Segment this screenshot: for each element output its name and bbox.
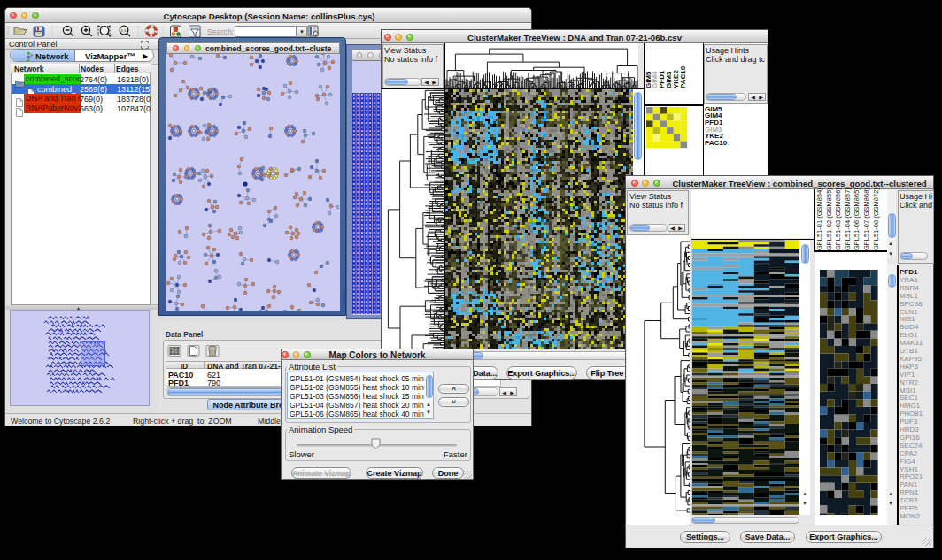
svg-text:1:1: 1:1 <box>121 28 127 33</box>
